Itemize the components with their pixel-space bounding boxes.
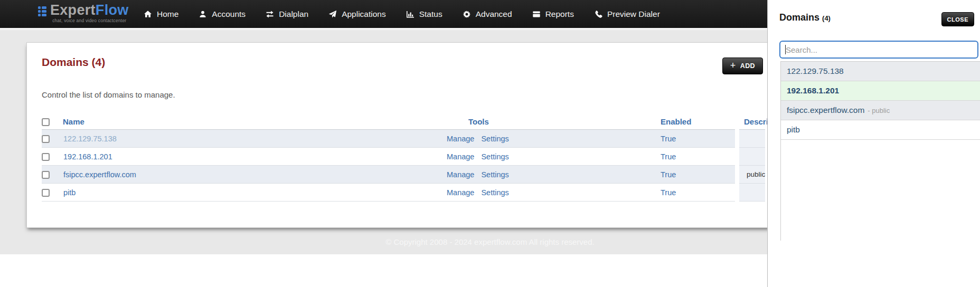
enabled-value[interactable]: True	[661, 188, 676, 197]
panel-domain-suffix: - public	[868, 107, 890, 114]
plus-icon: +	[730, 61, 736, 70]
table-row: 192.168.1.201ManageSettingsTrue	[42, 148, 765, 166]
column-header-name[interactable]: Name	[63, 113, 439, 130]
domains-table: Name Tools Enabled Description 122.129.7…	[42, 113, 765, 202]
panel-domain-item[interactable]: 122.129.75.138	[781, 62, 980, 81]
row-checkbox[interactable]	[42, 153, 50, 161]
table-header-row: Name Tools Enabled Description	[42, 113, 765, 130]
home-icon	[144, 10, 152, 18]
nav-item-home[interactable]: Home	[144, 9, 178, 19]
domain-quick-list: 122.129.75.138192.168.1.201fsipcc.expert…	[780, 61, 980, 241]
nav-item-dialplan[interactable]: Dialplan	[266, 9, 308, 19]
brand-logo[interactable]: ExpertFlow chat, voice and video contact…	[38, 2, 129, 23]
send-icon	[328, 10, 337, 18]
nav-item-accounts[interactable]: Accounts	[199, 9, 246, 19]
domain-name-link[interactable]: 192.168.1.201	[63, 152, 112, 161]
description-cell	[737, 184, 765, 202]
panel-domain-item[interactable]: pitb	[781, 120, 980, 140]
nav-item-label: Preview Dialer	[607, 9, 660, 19]
close-button[interactable]: CLOSE	[941, 12, 974, 26]
column-header-tools[interactable]: Tools	[439, 113, 650, 130]
add-button[interactable]: + ADD	[722, 58, 763, 74]
nav-item-label: Status	[419, 9, 442, 19]
user-icon	[199, 10, 207, 18]
manage-link[interactable]: Manage	[447, 170, 474, 179]
enabled-value[interactable]: True	[661, 152, 676, 161]
search-input[interactable]	[779, 41, 978, 59]
nav-item-label: Applications	[342, 9, 386, 19]
navbar-bottom-highlight	[0, 28, 768, 31]
domain-name-link[interactable]: 122.129.75.138	[63, 135, 117, 143]
text-caret	[785, 45, 786, 54]
row-checkbox[interactable]	[42, 171, 50, 179]
settings-link[interactable]: Settings	[481, 135, 508, 143]
page-subtitle: Control the list of domains to manage.	[42, 90, 764, 100]
brand-name: ExpertFlow	[50, 2, 129, 18]
panel-title: Domains (4)	[779, 12, 831, 23]
domains-side-panel: Domains (4) CLOSE 122.129.75.138192.168.…	[767, 0, 980, 287]
table-row: fsipcc.expertflow.comManageSettingsTruep…	[42, 166, 765, 184]
top-navbar: ExpertFlow chat, voice and video contact…	[0, 0, 768, 28]
manage-link[interactable]: Manage	[447, 135, 474, 143]
settings-link[interactable]: Settings	[481, 170, 508, 179]
phone-icon	[594, 10, 602, 18]
nav-item-label: Advanced	[476, 9, 512, 19]
table-row: pitbManageSettingsTrue	[42, 184, 765, 202]
panel-domain-label: 122.129.75.138	[787, 66, 844, 75]
description-cell: public	[737, 166, 765, 184]
settings-link[interactable]: Settings	[481, 152, 508, 161]
nav-item-reports[interactable]: Reports	[532, 9, 574, 19]
gear-icon	[463, 10, 471, 18]
swap-icon	[266, 10, 274, 18]
column-header-description[interactable]: Description	[737, 113, 765, 130]
domain-name-link[interactable]: pitb	[63, 188, 76, 197]
description-cell	[737, 148, 765, 166]
nav-item-applications[interactable]: Applications	[328, 9, 386, 19]
nav-item-label: Home	[157, 9, 178, 19]
panel-domain-label: 192.168.1.201	[787, 86, 839, 95]
main-navigation: HomeAccountsDialplanApplicationsStatusAd…	[144, 0, 660, 28]
panel-domain-label: pitb	[787, 125, 800, 134]
nav-item-status[interactable]: Status	[406, 9, 442, 19]
row-checkbox[interactable]	[42, 135, 50, 143]
manage-link[interactable]: Manage	[447, 188, 474, 197]
column-header-enabled[interactable]: Enabled	[650, 113, 737, 130]
settings-link[interactable]: Settings	[481, 188, 508, 197]
panel-count-badge: (4)	[822, 14, 831, 22]
nav-item-advanced[interactable]: Advanced	[463, 9, 512, 19]
description-cell	[737, 130, 765, 148]
panel-domain-label: fsipcc.expertflow.com	[787, 106, 864, 114]
brand-tagline: chat, voice and video contactcenter	[50, 18, 129, 23]
nav-item-label: Dialplan	[279, 9, 308, 19]
nav-item-label: Reports	[545, 9, 574, 19]
nav-item-label: Accounts	[212, 9, 246, 19]
add-button-label: ADD	[740, 62, 755, 70]
domain-name-link[interactable]: fsipcc.expertflow.com	[63, 170, 136, 179]
enabled-value[interactable]: True	[661, 135, 676, 143]
page-title: Domains (4)	[42, 55, 764, 69]
bar-chart-icon	[406, 10, 414, 18]
row-checkbox[interactable]	[42, 189, 50, 197]
domains-card: Domains (4) + ADD Control the list of do…	[26, 42, 771, 228]
table-row: 122.129.75.138ManageSettingsTrue	[42, 130, 765, 148]
expertflow-logo-icon	[38, 6, 46, 16]
panel-domain-item[interactable]: fsipcc.expertflow.com- public	[781, 101, 980, 120]
select-all-checkbox[interactable]	[42, 118, 50, 126]
manage-link[interactable]: Manage	[447, 152, 474, 161]
nav-item-preview-dialer[interactable]: Preview Dialer	[594, 9, 660, 19]
window-icon	[532, 10, 541, 18]
panel-domain-item[interactable]: 192.168.1.201	[781, 81, 980, 101]
enabled-value[interactable]: True	[661, 170, 676, 179]
